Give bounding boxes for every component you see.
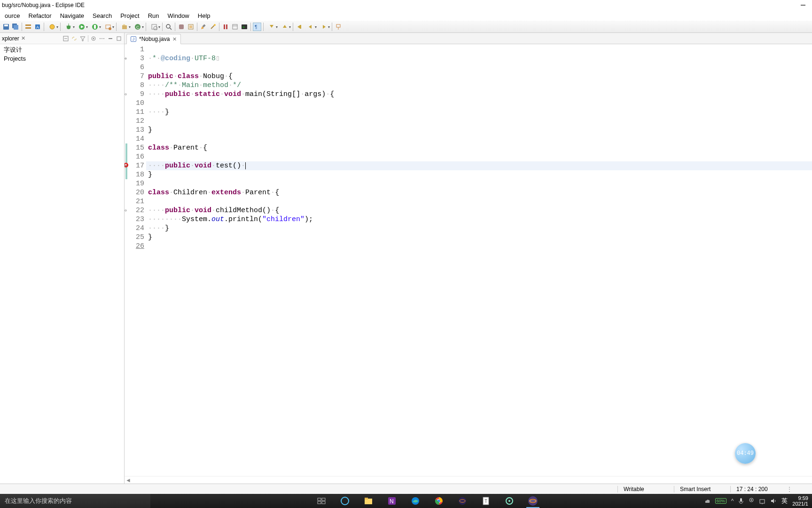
explorer-tree[interactable]: 字设计 Projects [0, 44, 124, 484]
annotation-ruler[interactable]: ⊕⊖✖⊖⊖ [125, 44, 128, 476]
horizontal-scrollbar[interactable]: ◄ [125, 476, 812, 484]
terminal-icon[interactable]: > [240, 23, 249, 31]
menu-help[interactable]: Help [194, 11, 214, 20]
next-annotation-icon[interactable] [265, 23, 278, 31]
tree-item[interactable]: 字设计 [2, 45, 122, 55]
fold-toggle-icon[interactable]: ⊖ [125, 92, 128, 96]
search-icon[interactable] [164, 23, 173, 31]
svg-rect-61 [322, 498, 325, 500]
menu-refactor[interactable]: Refactor [25, 11, 55, 20]
taskbar-search[interactable]: 在这里输入你搜索的内容 [0, 494, 150, 508]
svg-rect-2 [4, 24, 8, 26]
recording-timer-bubble[interactable]: 04:49 [735, 443, 756, 464]
menu-source[interactable]: ource [1, 11, 24, 20]
line-number-gutter[interactable]: 1367891011121314151617181920212223242526 [128, 44, 146, 476]
external-tools-icon[interactable] [102, 23, 114, 31]
filter-icon[interactable] [79, 35, 86, 42]
svg-point-34 [214, 24, 216, 26]
toggle-block-selection-icon[interactable] [187, 23, 195, 31]
settings-gear-icon[interactable] [500, 494, 519, 508]
svg-rect-5 [25, 24, 31, 26]
chrome-icon[interactable] [429, 494, 448, 508]
view-menu-icon[interactable] [99, 35, 105, 42]
microphone-icon[interactable] [738, 498, 744, 504]
toolbar-separator [332, 23, 332, 31]
svg-point-56 [102, 38, 102, 39]
taskbar-clock[interactable]: 9:59 2021/1 [792, 495, 808, 507]
eclipse-icon[interactable] [523, 494, 542, 508]
menu-window[interactable]: Window [164, 11, 193, 20]
onenote-icon[interactable]: N [383, 494, 401, 508]
battery-icon[interactable]: 60% [715, 498, 726, 504]
pin-editor-icon[interactable] [334, 23, 343, 31]
wand-icon[interactable] [209, 23, 217, 31]
fold-toggle-icon[interactable]: ⊖ [125, 208, 128, 212]
editor-tab-nobug[interactable]: J *Nobug.java ✕ [126, 34, 181, 44]
network-icon[interactable] [759, 498, 765, 504]
new-java-package-icon[interactable] [118, 23, 131, 31]
svg-text:¶: ¶ [255, 24, 257, 30]
toolbar-separator [146, 23, 146, 31]
svg-rect-30 [189, 25, 192, 28]
last-edit-icon[interactable] [295, 23, 304, 31]
refresh-icon[interactable] [231, 23, 239, 31]
debug-icon[interactable] [62, 23, 75, 31]
save-all-icon[interactable] [11, 23, 20, 31]
new-java-class-icon[interactable]: C [132, 23, 144, 31]
open-type-icon[interactable] [148, 23, 160, 31]
back-icon[interactable] [304, 23, 317, 31]
menu-run[interactable]: Run [144, 11, 163, 20]
ime-indicator[interactable]: 英 [781, 497, 788, 505]
link-editor-icon[interactable] [71, 35, 78, 42]
maximize-view-icon[interactable] [116, 35, 122, 42]
svg-rect-59 [117, 37, 121, 40]
task-view-icon[interactable] [312, 494, 331, 508]
build-icon[interactable]: A [33, 23, 42, 31]
tree-item[interactable]: Projects [2, 55, 122, 63]
package-explorer: xplorer ✕ 字设计 Projects [0, 33, 125, 484]
forward-icon[interactable] [318, 23, 330, 31]
prev-annotation-icon[interactable] [279, 23, 291, 31]
svg-rect-62 [318, 501, 321, 504]
location-icon[interactable] [749, 498, 754, 504]
collapse-all-icon[interactable] [62, 35, 69, 42]
run-icon[interactable] [76, 23, 88, 31]
focus-icon[interactable] [90, 35, 97, 42]
cortana-icon[interactable] [336, 494, 354, 508]
toggle-breadcrumb-icon[interactable] [24, 23, 32, 31]
skip-breakpoints-icon[interactable] [46, 23, 58, 31]
close-icon[interactable]: ✕ [21, 35, 25, 41]
code-content[interactable]: ·*·@coding·UTF-8▯public·class·Nobug·{···… [146, 44, 812, 476]
fold-toggle-icon[interactable]: ⊕ [125, 56, 128, 60]
close-tab-icon[interactable]: ✕ [172, 36, 177, 42]
menu-search[interactable]: Search [89, 11, 116, 20]
toolbar-separator [44, 23, 44, 31]
coverage-icon[interactable] [89, 23, 101, 31]
notepad-icon[interactable]: T [476, 494, 495, 508]
menu-project[interactable]: Project [117, 11, 143, 20]
eclipse-legacy-icon[interactable] [453, 494, 472, 508]
editor-tab-label: *Nobug.java [139, 36, 170, 42]
code-editor[interactable]: ⊕⊖✖⊖⊖ 1367891011121314151617181920212223… [125, 44, 812, 476]
minimize-button[interactable] [800, 2, 806, 8]
svg-rect-48 [336, 24, 340, 27]
onedrive-icon[interactable] [704, 498, 710, 504]
tray-chevron-up-icon[interactable]: ^ [731, 498, 734, 504]
window-buttons [800, 2, 810, 8]
edit-icon[interactable] [199, 23, 208, 31]
toggle-mark-occurrences-icon[interactable] [177, 23, 186, 31]
toggle-ant-icon[interactable] [221, 23, 230, 31]
toolbar-separator [60, 23, 61, 31]
save-icon[interactable] [2, 23, 10, 31]
minimize-view-icon[interactable] [107, 35, 114, 42]
fold-toggle-icon[interactable]: ⊖ [125, 164, 128, 167]
menu-navigate[interactable]: Navigate [56, 11, 88, 20]
scroll-left-icon[interactable]: ◄ [125, 476, 132, 484]
show-whitespace-icon[interactable]: ¶ [253, 23, 261, 31]
status-menu-icon[interactable]: ⋮ [787, 486, 793, 492]
svg-line-27 [170, 28, 172, 30]
volume-icon[interactable] [770, 498, 777, 504]
edge-icon[interactable] [406, 494, 425, 508]
file-explorer-icon[interactable] [359, 494, 378, 508]
svg-text:T: T [484, 499, 487, 504]
